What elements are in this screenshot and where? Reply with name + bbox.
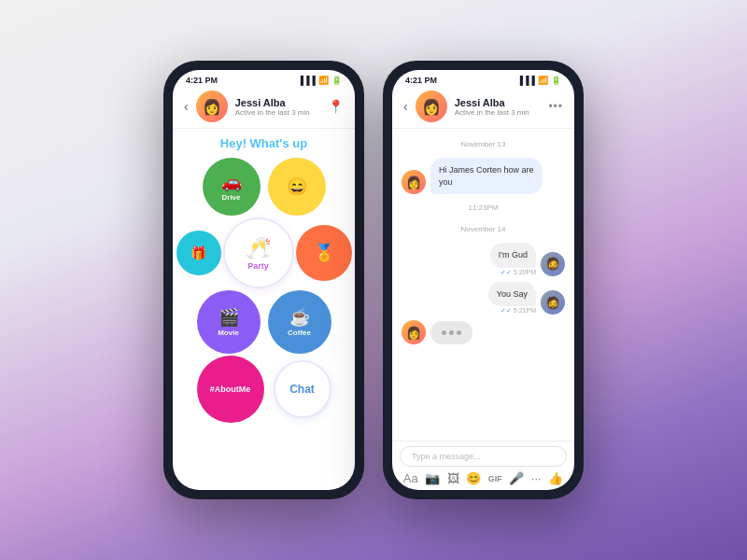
dot-3 (457, 330, 461, 335)
activity-row-4: #AboutMe Chat (197, 356, 331, 423)
party-icon: 🥂 (246, 236, 271, 260)
chat-input-bar: Type a message... Aa 📷 🖼 😊 GIF 🎤 ··· 👍 (392, 441, 574, 490)
signal-icon: ▐▐▐ (298, 76, 316, 85)
dot-1 (442, 330, 446, 335)
activity-gift[interactable]: 🎁 (176, 231, 221, 275)
status-bar-2: 4:21 PM ▐▐▐ 📶 🔋 (392, 70, 574, 87)
phone-2: 4:21 PM ▐▐▐ 📶 🔋 ‹ 👩 Jessi Alba Active in… (383, 61, 584, 499)
drive-icon: 🚗 (221, 172, 242, 192)
activity-chat[interactable]: Chat (274, 360, 331, 418)
chat-label: Chat (289, 383, 315, 396)
coffee-icon: ☕ (289, 307, 310, 328)
battery-icon-2: 🔋 (551, 76, 561, 85)
coffee-label: Coffee (288, 329, 311, 337)
typing-dots (442, 330, 461, 335)
outgoing-bubble-1: I'm Gud (490, 243, 536, 268)
phone-1: 4:21 PM ▐▐▐ 📶 🔋 ‹ 👩 Jessi Alba Active in… (163, 61, 364, 499)
contact-name-2: Jessi Alba (455, 97, 542, 108)
header-2: ‹ 👩 Jessi Alba Active in the last 3 min … (392, 87, 574, 129)
avatar-2: 👩 (416, 91, 447, 122)
read-tick-2: ✓✓ (500, 307, 512, 314)
battery-icon: 🔋 (331, 76, 342, 85)
header-info-1: Jessi Alba Active in the last 3 min (235, 97, 320, 117)
typing-indicator (430, 321, 472, 344)
activity-coffee[interactable]: ☕ Coffee (268, 290, 331, 354)
movie-icon: 🎬 (218, 307, 239, 328)
whatsup-content: Hey! What's up 🚗 Drive 😄 🎁 🥂 Party (173, 129, 355, 490)
emoji-icon: 😄 (287, 176, 307, 197)
status-icons-2: ▐▐▐ 📶 🔋 (517, 76, 561, 85)
wifi-icon: 📶 (318, 76, 329, 85)
aboutme-label: #AboutMe (210, 385, 251, 394)
outgoing-avatar-2: 🧔 (541, 290, 565, 315)
award-icon: 🏅 (314, 243, 334, 263)
camera-icon[interactable]: 📷 (425, 471, 440, 485)
avatar-1: 👩 (196, 91, 228, 122)
message-input-placeholder[interactable]: Type a message... (400, 446, 567, 467)
message-col-3: You Say ✓✓ 5:21PM (488, 282, 536, 315)
activity-aboutme[interactable]: #AboutMe (197, 356, 264, 423)
back-button-1[interactable]: ‹ (184, 99, 189, 114)
image-icon[interactable]: 🖼 (447, 471, 459, 485)
movie-label: Movie (218, 329, 239, 337)
contact-status-1: Active in the last 3 min (235, 108, 320, 117)
message-row-incoming-1: 👩 Hi James Corten how are you (402, 158, 565, 194)
header-1: ‹ 👩 Jessi Alba Active in the last 3 min … (173, 87, 355, 129)
date-divider-nov13: November 13 (402, 140, 565, 148)
time-11pm: 11:23PM (402, 203, 565, 212)
contact-name-1: Jessi Alba (235, 97, 320, 108)
activity-movie[interactable]: 🎬 Movie (197, 290, 261, 354)
drive-label: Drive (221, 193, 240, 202)
status-icons-1: ▐▐▐ 📶 🔋 (298, 76, 342, 85)
wifi-icon-2: 📶 (538, 76, 548, 85)
profile-pin-icon[interactable]: 📍 (328, 99, 344, 114)
gift-icon: 🎁 (190, 245, 206, 260)
time-2: 4:21 PM (405, 76, 437, 85)
chat-toolbar: Aa 📷 🖼 😊 GIF 🎤 ··· 👍 (400, 471, 567, 485)
activity-row-3: 🎬 Movie ☕ Coffee (197, 290, 331, 354)
microphone-icon[interactable]: 🎤 (509, 471, 524, 485)
header-info-2: Jessi Alba Active in the last 3 min (455, 97, 542, 117)
more-icon[interactable]: ··· (531, 471, 542, 485)
outgoing-avatar-1: 🧔 (541, 252, 565, 276)
phone-2-screen: 4:21 PM ▐▐▐ 📶 🔋 ‹ 👩 Jessi Alba Active in… (392, 70, 574, 490)
activity-emoji[interactable]: 😄 (268, 158, 326, 216)
time-1: 4:21 PM (186, 76, 218, 85)
status-bar-1: 4:21 PM ▐▐▐ 📶 🔋 (173, 70, 355, 87)
message-row-outgoing-2: 🧔 You Say ✓✓ 5:21PM (402, 282, 565, 315)
incoming-avatar-1: 👩 (402, 170, 426, 194)
activity-award[interactable]: 🏅 (296, 225, 352, 281)
message-time-2: ✓✓ 5:21PM (488, 307, 536, 315)
signal-icon-2: ▐▐▐ (517, 76, 535, 85)
chat-messages: November 13 👩 Hi James Corten how are yo… (392, 129, 574, 441)
chat-content: November 13 👩 Hi James Corten how are yo… (392, 129, 574, 490)
message-row-outgoing-1: 🧔 I'm Gud ✓✓ 5:20PM (402, 243, 565, 276)
typing-avatar: 👩 (402, 320, 426, 344)
party-label: Party (247, 261, 269, 271)
gif-icon[interactable]: GIF (488, 474, 502, 483)
message-col-2: I'm Gud ✓✓ 5:20PM (490, 243, 536, 276)
whatsup-title: Hey! What's up (220, 136, 307, 150)
activity-drive[interactable]: 🚗 Drive (203, 158, 261, 216)
text-format-icon[interactable]: Aa (403, 471, 418, 485)
read-tick-1: ✓✓ (500, 269, 512, 275)
message-time-1: ✓✓ 5:20PM (490, 269, 536, 276)
typing-row: 👩 (402, 320, 565, 344)
activity-row-2: 🎁 🥂 Party 🏅 (176, 217, 352, 288)
dot-2 (449, 330, 454, 335)
contact-status-2: Active in the last 3 min (455, 108, 542, 117)
activity-party[interactable]: 🥂 Party (223, 217, 294, 288)
incoming-bubble-1: Hi James Corten how are you (430, 158, 543, 194)
date-divider-nov14: November 14 (402, 225, 565, 233)
outgoing-bubble-2: You Say (488, 282, 536, 307)
activity-row-1: 🚗 Drive 😄 (203, 158, 326, 216)
thumbsup-icon[interactable]: 👍 (548, 471, 563, 485)
message-col-1: Hi James Corten how are you (430, 158, 543, 194)
emoji-picker-icon[interactable]: 😊 (466, 471, 481, 485)
phone-1-screen: 4:21 PM ▐▐▐ 📶 🔋 ‹ 👩 Jessi Alba Active in… (173, 70, 355, 490)
more-options-icon[interactable]: ••• (548, 100, 563, 113)
back-button-2[interactable]: ‹ (403, 99, 408, 114)
